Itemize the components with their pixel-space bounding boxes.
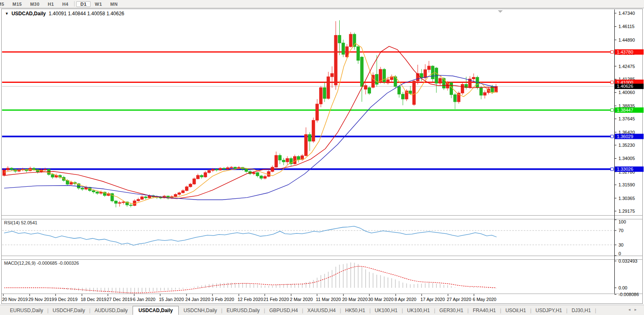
date-axis: 20 Nov 201929 Nov 20199 Dec 201918 Dec 2…: [2, 294, 496, 302]
candle: [368, 87, 371, 93]
candle: [7, 168, 9, 170]
candle: [293, 157, 296, 164]
tab-usdcnh-daily[interactable]: USDCNH,Daily: [180, 307, 221, 314]
candle: [338, 35, 341, 43]
ma-slow-line: [4, 75, 497, 200]
tab-uk100-h1[interactable]: UK100,H1: [371, 307, 401, 314]
rsi-line: [4, 226, 497, 245]
level-lines[interactable]: [2, 52, 614, 169]
candle: [182, 190, 184, 193]
svg-text:1.38447: 1.38447: [617, 108, 633, 113]
tab-xauusd-h4[interactable]: XAUUSD,H4: [303, 307, 340, 314]
candle: [264, 176, 266, 178]
tab-uk100-h1[interactable]: UK100,H1: [403, 307, 434, 314]
candle: [364, 85, 367, 89]
chart-canvas[interactable]: 1.473401.461151.448901.436651.424751.412…: [0, 0, 644, 315]
svg-text:1.37645: 1.37645: [618, 116, 635, 121]
candle: [360, 57, 363, 87]
candle: [275, 155, 278, 167]
candle: [129, 205, 132, 206]
candle: [70, 182, 72, 184]
tab-gbpusd-h4[interactable]: GBPUSD,H4: [265, 307, 302, 314]
tab-ger30-h1[interactable]: GER30,H1: [435, 307, 467, 314]
timeframe-button-m5[interactable]: M5: [0, 1, 8, 7]
tab-audusd-daily[interactable]: AUDUSD,Daily: [91, 307, 132, 314]
candle: [174, 194, 177, 196]
chevron-down-icon[interactable]: ▼: [5, 12, 9, 16]
tab-eurusd-daily[interactable]: EURUSD,Daily: [6, 307, 47, 314]
candle: [245, 169, 248, 172]
ohlc-info-line: ▼ USDCAD,Daily 1.40091 1.40844 1.40058 1…: [5, 11, 124, 16]
candle: [114, 201, 117, 203]
candle: [312, 120, 315, 141]
candle: [286, 158, 289, 162]
timeframe-button-m30[interactable]: M30: [26, 1, 44, 7]
svg-text:1.29175: 1.29175: [618, 209, 635, 214]
timeframe-button-h4[interactable]: H4: [58, 1, 72, 7]
tab-usdjpy-h1[interactable]: USDJPY,H1: [532, 307, 566, 314]
symbol-tabs: EURUSD,Daily|USDCHF,Daily|AUDUSD,DailyUS…: [6, 306, 596, 315]
timeframe-button-mn[interactable]: MN: [106, 1, 122, 7]
timeframe-button-h1[interactable]: H1: [44, 1, 58, 7]
tab-usdchf-daily[interactable]: USDCHF,Daily: [49, 307, 89, 314]
candle: [398, 87, 401, 94]
tab-separator: |: [595, 308, 596, 313]
scroll-left-icon[interactable]: ◂: [628, 307, 635, 312]
candle: [196, 175, 199, 179]
svg-text:21 Feb 2020: 21 Feb 2020: [264, 297, 289, 302]
tab-dj30-h1[interactable]: DJ30,H1: [567, 307, 595, 314]
svg-text:2 Mar 2020: 2 Mar 2020: [290, 297, 313, 302]
ohlc-values: 1.40091 1.40844 1.40058 1.40626: [49, 11, 124, 16]
candle: [480, 87, 483, 95]
candle: [226, 168, 229, 169]
scroll-right-icon[interactable]: ▸: [635, 307, 641, 312]
svg-text:29 Nov 2019: 29 Nov 2019: [28, 297, 54, 302]
svg-text:15 Jan 2020: 15 Jan 2020: [159, 297, 184, 302]
svg-text:100: 100: [618, 219, 626, 224]
candle: [316, 104, 319, 120]
svg-text:70: 70: [618, 228, 623, 233]
candle: [3, 170, 6, 175]
timeframe-button-w1[interactable]: W1: [91, 1, 106, 7]
candle: [189, 184, 192, 187]
timeframe-button-m15[interactable]: M15: [8, 1, 26, 7]
candle: [193, 179, 196, 184]
candle: [320, 87, 322, 104]
tab-hk50-h1[interactable]: HK50,H1: [341, 307, 369, 314]
svg-text:30: 30: [618, 242, 623, 247]
candle: [334, 35, 337, 85]
svg-text:27 Apr 2020: 27 Apr 2020: [447, 297, 471, 302]
tab-usoil-h1[interactable]: USOil,H1: [501, 307, 530, 314]
candle: [51, 174, 54, 177]
candle: [215, 169, 218, 170]
candle: [178, 193, 181, 195]
svg-text:24 Jan 2020: 24 Jan 2020: [185, 297, 210, 302]
candle: [308, 134, 311, 141]
candle: [122, 202, 125, 203]
svg-text:12 Feb 2020: 12 Feb 2020: [238, 297, 263, 302]
candle: [204, 173, 207, 177]
candle: [409, 91, 412, 94]
tab-eurusd-daily[interactable]: EURUSD,Daily: [222, 307, 264, 314]
macd-signal-line: [4, 266, 496, 293]
timeframe-button-d1[interactable]: D1: [76, 1, 91, 7]
ma-fast-line: [4, 43, 497, 204]
svg-text:20 Mar 2020: 20 Mar 2020: [342, 297, 368, 302]
svg-text:1.43780: 1.43780: [617, 49, 633, 54]
candle: [442, 78, 445, 88]
ma-mid-line: [4, 46, 497, 198]
macd-pane: [4, 263, 496, 294]
shift-marker-icon[interactable]: [498, 10, 503, 13]
svg-text:1.40626: 1.40626: [617, 84, 633, 89]
candle: [81, 188, 84, 189]
tab-fra40-h1[interactable]: FRA40,H1: [469, 307, 500, 314]
candle: [211, 169, 214, 171]
svg-text:6 May 2020: 6 May 2020: [473, 297, 496, 302]
svg-text:9 Dec 2019: 9 Dec 2019: [54, 297, 77, 302]
candle: [282, 160, 285, 162]
macd-scale: 0.0324930.00-0.008086: [614, 259, 639, 297]
candle: [450, 83, 453, 95]
candle: [222, 168, 225, 169]
tab-usdcad-daily[interactable]: USDCAD,Daily: [133, 306, 178, 315]
candle: [278, 155, 281, 160]
